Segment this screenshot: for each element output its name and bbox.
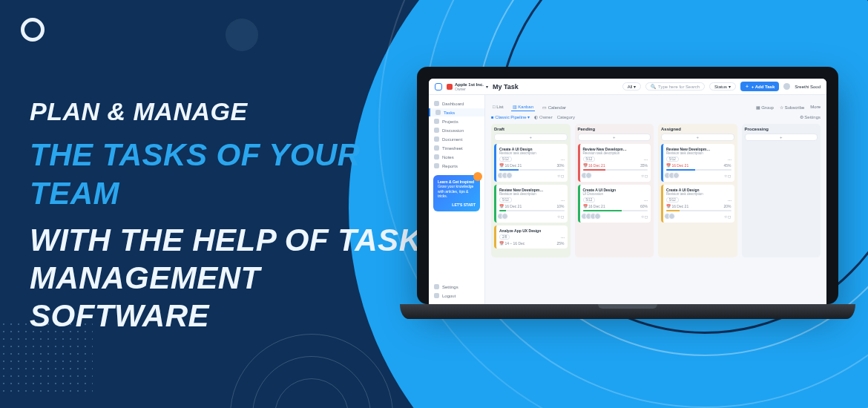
- tasks-icon: [435, 110, 441, 115]
- star-icon[interactable]: ☆ ◻: [557, 174, 564, 178]
- view-switcher: □ List ▥ Kanban ▭ Calendar ▦ Group ☆ Sub…: [491, 102, 821, 111]
- add-card-button[interactable]: +: [494, 134, 568, 141]
- laptop-base: [400, 304, 855, 319]
- column-draft: Draft + Create A UI Design Revision task…: [491, 124, 571, 257]
- more-icon[interactable]: ⋯: [561, 157, 565, 162]
- status-filter[interactable]: Status ▾: [709, 82, 736, 91]
- sidebar-item-logout[interactable]: Logout: [429, 292, 484, 300]
- headline-line-2: The Tasks of Your Team: [30, 136, 445, 211]
- org-role: Owner: [455, 87, 466, 91]
- headline-block: Plan & Manage The Tasks of Your Team Wit…: [30, 96, 445, 335]
- app-topbar: Apple 1st Inc. Owner ▾ My Task All ▾ 🔍 T…: [429, 79, 826, 95]
- reports-icon: [434, 163, 439, 168]
- gear-icon: [434, 284, 439, 289]
- pipeline-filter[interactable]: ■ Classic Pipeline ▾: [491, 114, 530, 119]
- calendar-icon: 📅 16 Dec 21: [499, 163, 522, 168]
- sidebar-item-discussion[interactable]: Discussion: [429, 126, 484, 134]
- projects-icon: [434, 119, 439, 124]
- group-control[interactable]: ▦ Group: [756, 105, 774, 110]
- add-card-button[interactable]: +: [661, 134, 734, 141]
- headline-line-3: With the Help of Task Management Softwar…: [30, 221, 445, 335]
- promo-cta[interactable]: LET'S START: [438, 203, 476, 207]
- column-header: Draft: [494, 127, 568, 131]
- add-card-button[interactable]: +: [745, 134, 818, 141]
- plus-icon: ＋: [745, 83, 749, 90]
- column-pending: Pending + Review New Developm… Revision …: [575, 124, 654, 257]
- column-settings[interactable]: ⚙ Settings: [800, 114, 821, 119]
- column-header: Assigned: [661, 127, 734, 131]
- search-icon: 🔍: [651, 84, 656, 89]
- corner-circle-icon: [21, 18, 45, 42]
- document-icon: [434, 136, 439, 142]
- column-header: Processing: [745, 127, 818, 131]
- task-card[interactable]: Review New Developm… Revision task descr…: [578, 144, 651, 182]
- sidebar-item-tasks[interactable]: Tasks: [429, 108, 484, 116]
- search-placeholder: Type here for Search: [658, 85, 700, 89]
- sidebar-item-dashboard[interactable]: Dashboard: [429, 99, 484, 108]
- column-processing: Processing +: [742, 124, 821, 257]
- add-task-button[interactable]: ＋ + Add Task: [740, 82, 780, 91]
- category-filter[interactable]: Category: [557, 115, 575, 119]
- kanban-board: Draft + Create A UI Design Revision task…: [491, 124, 821, 257]
- promo-body: Grow your knowledge with articles, tips …: [438, 184, 476, 198]
- sidebar-item-timesheet[interactable]: Timesheet: [429, 144, 484, 152]
- secondary-filters: ■ Classic Pipeline ▾ ◐ Owner Category ⚙ …: [491, 114, 821, 119]
- sidebar-item-notes[interactable]: Notes: [429, 153, 484, 161]
- tab-calendar[interactable]: ▭ Calendar: [541, 103, 568, 111]
- owner-filter[interactable]: ◐ Owner: [534, 114, 552, 119]
- task-card[interactable]: Create A UI Design Revision task descrip…: [494, 144, 568, 182]
- app-logo-icon: [435, 83, 442, 91]
- task-card[interactable]: Create A UI Design Revision task descrip…: [661, 185, 734, 223]
- sidebar-item-document[interactable]: Document: [429, 135, 484, 143]
- lightbulb-icon: [473, 172, 482, 181]
- sidebar-item-projects[interactable]: Projects: [429, 117, 484, 125]
- dashboard-icon: [434, 101, 439, 106]
- task-card[interactable]: Review New Developm… Revision task descr…: [494, 185, 568, 223]
- main-panel: □ List ▥ Kanban ▭ Calendar ▦ Group ☆ Sub…: [485, 95, 826, 304]
- more-control[interactable]: More: [810, 105, 821, 109]
- add-card-button[interactable]: +: [578, 134, 651, 141]
- timesheet-icon: [434, 145, 439, 151]
- headline-line-1: Plan & Manage: [30, 96, 445, 127]
- subscribe-control[interactable]: ☆ Subscribe: [780, 105, 804, 110]
- org-icon: [447, 84, 453, 90]
- column-assigned: Assigned + Review New Developm… Revision…: [658, 124, 737, 257]
- laptop-mockup: Apple 1st Inc. Owner ▾ My Task All ▾ 🔍 T…: [417, 67, 838, 334]
- discussion-icon: [434, 128, 439, 133]
- app-window: Apple 1st Inc. Owner ▾ My Task All ▾ 🔍 T…: [429, 79, 826, 304]
- sidebar-item-reports[interactable]: Reports: [429, 162, 484, 170]
- sidebar: Dashboard Tasks Projects Discussion Docu…: [429, 95, 485, 304]
- sidebar-item-settings[interactable]: Settings: [429, 283, 484, 291]
- avatar[interactable]: [783, 83, 790, 90]
- tab-list[interactable]: □ List: [491, 103, 505, 111]
- filter-all[interactable]: All ▾: [622, 82, 641, 91]
- task-card[interactable]: Review New Developm… Revision task descr…: [661, 144, 734, 182]
- promo-card[interactable]: Learn & Get Inspired Grow your knowledge…: [433, 175, 480, 211]
- chevron-down-icon: ▾: [486, 84, 488, 89]
- task-card[interactable]: Create A UI Design UI Discussion 5/12⋯ 📅…: [578, 185, 651, 223]
- logout-icon: [434, 293, 439, 298]
- org-switcher[interactable]: Apple 1st Inc. Owner ▾: [447, 82, 488, 91]
- tab-kanban[interactable]: ▥ Kanban: [511, 102, 535, 111]
- column-header: Pending: [578, 127, 651, 131]
- mini-dot-icon: [226, 19, 257, 50]
- notes-icon: [434, 154, 439, 159]
- task-card[interactable]: Analyze App UX Design 2/8⋯ 📅 14 – 16 Dec…: [494, 226, 568, 249]
- page-title: My Task: [493, 83, 519, 91]
- hero-banner: Plan & Manage The Tasks of Your Team Wit…: [0, 0, 868, 408]
- search-input[interactable]: 🔍 Type here for Search: [645, 82, 705, 91]
- user-name: Sreethi Sood: [795, 85, 821, 89]
